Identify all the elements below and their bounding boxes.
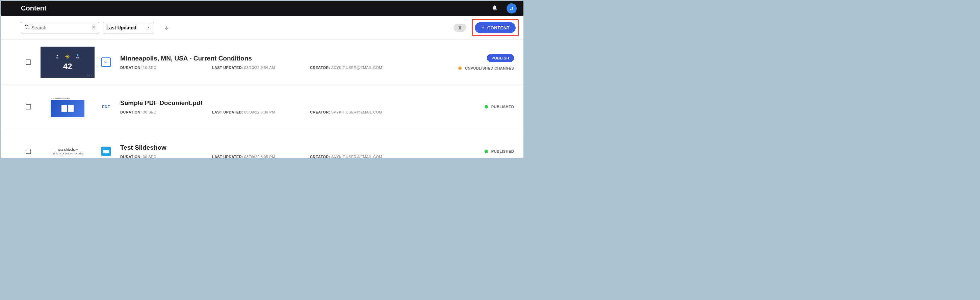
pdf-thumb: Sample PDF Document [51, 97, 84, 117]
live-icon [101, 57, 111, 67]
toolbar: Last Updated CONTENT [1, 16, 523, 40]
status-badge: PUBLISHED [485, 149, 514, 153]
avatar[interactable]: J [506, 3, 517, 13]
content-title: Sample PDF Document.pdf [120, 99, 440, 107]
clear-search-icon[interactable] [91, 24, 96, 31]
status-dot-icon [485, 150, 488, 153]
search-input[interactable] [29, 25, 91, 30]
sort-direction-button[interactable] [164, 24, 170, 31]
svg-point-0 [25, 26, 28, 29]
content-thumbnail: Test Slideshow This is just a test. Do n… [41, 136, 95, 159]
search-icon [24, 24, 29, 31]
row-checkbox[interactable] [25, 148, 31, 154]
topbar-right: J [492, 3, 517, 13]
content-meta: DURATION: 10 SEC LAST UPDATED: 03/10/22 … [120, 65, 440, 70]
add-content-label: CONTENT [487, 26, 509, 30]
slideshow-thumb: Test Slideshow This is just a test. Do n… [49, 148, 86, 155]
content-thumbnail: Sample PDF Document [41, 91, 95, 122]
content-title: Minneapolis, MN, USA - Current Condition… [120, 55, 440, 62]
row-checkbox[interactable] [25, 59, 31, 65]
status-dot-icon [485, 105, 488, 109]
status-badge: PUBLISHED [485, 105, 514, 109]
search-box [21, 22, 99, 34]
row-checkbox[interactable] [25, 104, 31, 110]
content-row[interactable]: ☁18 ☀ 💧1% 42 Minneapolis, MN, USA - Curr… [1, 40, 523, 85]
content-list: ☁18 ☀ 💧1% 42 Minneapolis, MN, USA - Curr… [1, 40, 523, 159]
content-title: Test Slideshow [120, 144, 440, 152]
plus-icon [481, 25, 485, 30]
trash-button [453, 24, 466, 32]
publish-button[interactable]: PUBLISH [487, 54, 514, 62]
content-row[interactable]: Test Slideshow This is just a test. Do n… [1, 129, 523, 159]
content-thumbnail: ☁18 ☀ 💧1% 42 [41, 46, 95, 78]
pdf-icon: PDF [101, 102, 111, 112]
content-meta: DURATION: 30 SEC LAST UPDATED: 03/09/22 … [120, 155, 440, 159]
status-badge: UNPUBLISHED CHANGES [458, 66, 514, 70]
sort-label: Last Updated [107, 25, 137, 30]
svg-line-1 [28, 28, 29, 29]
notifications-icon[interactable] [492, 5, 498, 12]
content-row[interactable]: Sample PDF Document PDF Sample PDF Docum… [1, 85, 523, 129]
add-content-button[interactable]: CONTENT [475, 22, 515, 33]
add-content-highlight: CONTENT [472, 19, 519, 36]
status-dot-icon [458, 67, 461, 70]
content-meta: DURATION: 30 SEC LAST UPDATED: 03/09/22 … [120, 110, 440, 114]
sort-select[interactable]: Last Updated [103, 22, 154, 34]
svg-point-7 [106, 62, 107, 62]
page-title: Content [21, 5, 46, 12]
slideshow-icon [101, 147, 111, 156]
topbar: Content J [1, 1, 523, 16]
weather-thumb: ☁18 ☀ 💧1% 42 [41, 46, 95, 78]
chevron-down-icon [146, 25, 150, 30]
